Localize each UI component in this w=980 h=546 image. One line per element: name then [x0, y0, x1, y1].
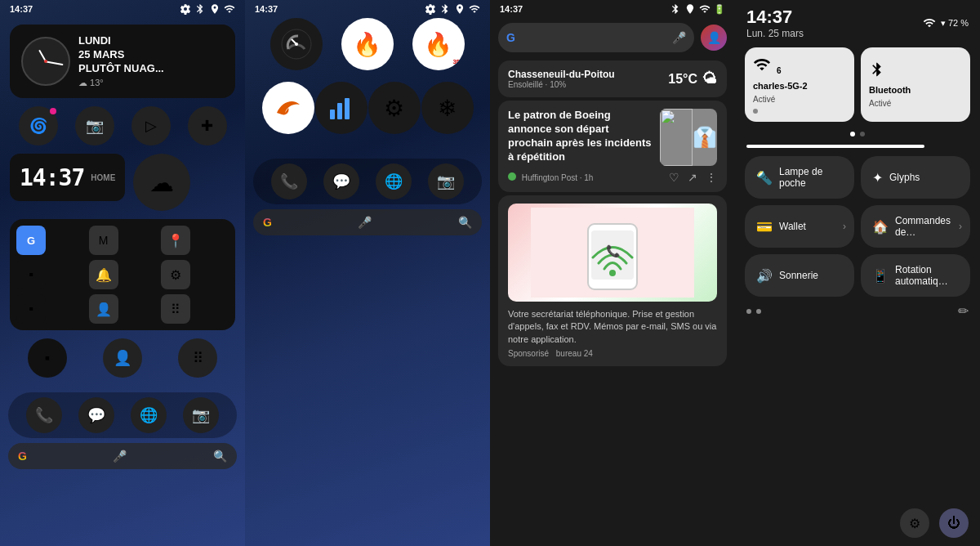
app-bell[interactable]: 🔔: [89, 260, 118, 289]
app-gmail[interactable]: M: [89, 226, 118, 255]
search-mic-p2[interactable]: 🎤: [358, 216, 372, 229]
weather-location: Chasseneuil-du-Poitou: [508, 69, 615, 80]
wifi-phone-svg: 📞: [531, 208, 694, 298]
qs-page-dots: [746, 309, 761, 314]
dock-phone[interactable]: 📞: [26, 397, 62, 433]
weather-left-p3: Chasseneuil-du-Poitou Ensoleillé · 10%: [508, 69, 615, 89]
panel-home-right: 14:37 �: [245, 0, 490, 546]
time-p1: 14:37: [10, 4, 33, 14]
notif-search-bar[interactable]: G 🎤: [498, 23, 694, 52]
app-dark2[interactable]: ▪: [16, 294, 46, 324]
search-mic-p1[interactable]: 🎤: [113, 450, 127, 463]
p1-middle-row: 14:37 HOME ☁: [10, 154, 235, 211]
news-source-row-1: Huffington Post · 1h ♡ ↗ ⋮: [508, 171, 717, 184]
share-icon[interactable]: ↗: [688, 171, 697, 184]
location-icon-p2: [454, 3, 466, 15]
qs-glyphs-tile[interactable]: ✦ Glyphs: [861, 156, 970, 199]
qs-home-arrow: ›: [959, 221, 962, 232]
home-label: HOME: [91, 173, 115, 182]
weather-icon-widget: ☁: [133, 154, 190, 211]
qs-wifi-dot: [753, 109, 758, 114]
google-logo-p2: G: [263, 216, 272, 229]
qs-wallet-icon: 💳: [756, 219, 773, 235]
app-swift[interactable]: [262, 82, 314, 134]
time-p2: 14:37: [255, 4, 278, 14]
app-plus[interactable]: ✚: [188, 106, 227, 145]
app-camera-widget[interactable]: 📷: [75, 106, 114, 145]
search-bar-p2[interactable]: G 🎤 🔍: [253, 209, 482, 235]
news-caption: Votre secrétariat téléphonique. Prise et…: [508, 308, 717, 346]
dock-camera[interactable]: 📷: [183, 397, 219, 433]
app-grid: G M 📍 ▪ 🔔 ⚙ ▪ 👤 ⠿: [10, 219, 235, 330]
user-avatar-p3[interactable]: 👤: [701, 25, 727, 51]
qs-main-tiles: 6 charles-5G-2 Activé Bluetooth Activé: [735, 43, 980, 127]
search-lens-p1[interactable]: 🔍: [213, 450, 227, 463]
mic-icon-p3[interactable]: 🎤: [672, 31, 686, 44]
qs-flashlight-label: Lampe de poche: [779, 166, 843, 189]
app-person[interactable]: 👤: [89, 294, 118, 324]
weather-day: LUNDI 25 MARS PLUTÔT NUAG...: [78, 34, 224, 76]
app-dark3[interactable]: ▪: [28, 338, 67, 378]
app-speedometer[interactable]: [270, 18, 323, 70]
qs-bluetooth-tile[interactable]: Bluetooth Activé: [861, 47, 970, 122]
app-grid2[interactable]: ⠿: [178, 338, 217, 378]
app-fire2-3d[interactable]: 🔥 3D: [412, 18, 465, 70]
app-maps[interactable]: 📍: [161, 226, 190, 255]
svg-point-2: [295, 43, 298, 46]
qs-wifi-tile[interactable]: 6 charles-5G-2 Activé: [745, 47, 854, 122]
app-google[interactable]: G: [16, 226, 46, 255]
bluetooth-icon-p2: [439, 3, 451, 15]
status-icons-p3: 🔋: [670, 3, 725, 15]
dock-camera-p2[interactable]: 📷: [428, 163, 464, 199]
svg-rect-6: [345, 98, 350, 119]
qs-flashlight-tile[interactable]: 🔦 Lampe de poche: [745, 156, 854, 199]
news-card-1: Le patron de Boeing annonce son départ p…: [498, 101, 727, 192]
qs-brightness-bar[interactable]: [746, 145, 924, 148]
app-fire1[interactable]: 🔥: [341, 18, 394, 70]
qs-settings-button[interactable]: ⚙: [900, 508, 929, 538]
app-grid-btn[interactable]: ⠿: [161, 294, 190, 324]
weather-card-p3: Chasseneuil-du-Poitou Ensoleillé · 10% 1…: [498, 60, 727, 97]
more-icon[interactable]: ⋮: [706, 171, 717, 184]
app-fan[interactable]: 🌀: [19, 106, 58, 145]
dock-messages[interactable]: 💬: [78, 397, 114, 433]
dock-browser[interactable]: 🌐: [131, 397, 167, 433]
dock-phone-p2[interactable]: 📞: [271, 163, 307, 199]
clock-center-dot: [44, 60, 47, 63]
search-row-p3: G 🎤 👤: [490, 18, 735, 57]
app-snowflake[interactable]: ❄: [421, 82, 474, 134]
heart-icon[interactable]: ♡: [669, 171, 679, 184]
digital-clock-time: 14:37: [20, 164, 84, 191]
app-settings[interactable]: ⚙: [161, 260, 190, 289]
app-dark1[interactable]: ▪: [16, 260, 46, 289]
qs-bluetooth-sub: Activé: [869, 99, 891, 108]
app-person2[interactable]: 👤: [103, 338, 142, 378]
app-barchart[interactable]: [315, 82, 368, 134]
app-gear-laptop[interactable]: ⚙: [368, 82, 421, 134]
news-footer: bureau 24: [556, 349, 593, 358]
qs-home-control-tile[interactable]: 🏠 Commandes de… ›: [861, 205, 970, 248]
qs-wifi-label: charles-5G-2: [753, 81, 808, 92]
qs-wallet-tile[interactable]: 💳 Wallet ›: [745, 205, 854, 248]
news-thumb-img: [660, 109, 693, 166]
dock-browser-p2[interactable]: 🌐: [376, 163, 412, 199]
page-dot-1: [746, 309, 751, 314]
news-actions-1: ♡ ↗ ⋮: [669, 171, 717, 184]
p4-status-icons: ▾ 72 %: [923, 16, 969, 29]
app-play[interactable]: ▷: [131, 106, 171, 145]
qs-home-icon: 🏠: [872, 219, 889, 235]
qs-brightness-container: [735, 141, 980, 156]
svg-text:📞: 📞: [606, 244, 621, 258]
qs-dot-1: [850, 132, 855, 136]
qs-power-button[interactable]: ⏻: [939, 508, 969, 538]
status-bar-p4: 14:37 Lun. 25 mars ▾ 72 %: [735, 0, 980, 43]
edit-icon[interactable]: ✏: [958, 303, 969, 319]
news-text-1: Le patron de Boeing annonce son départ p…: [508, 109, 653, 166]
qs-ringtone-tile[interactable]: 🔊 Sonnerie: [745, 254, 854, 297]
search-bar-p1[interactable]: G 🎤 🔍: [8, 443, 237, 469]
dock-messages-p2[interactable]: 💬: [323, 163, 359, 199]
search-lens-p2[interactable]: 🔍: [458, 216, 472, 229]
qs-rotation-tile[interactable]: 📱 Rotation automatiq…: [861, 254, 970, 297]
news-big-image: 📞: [508, 204, 717, 302]
svg-rect-5: [337, 103, 342, 119]
